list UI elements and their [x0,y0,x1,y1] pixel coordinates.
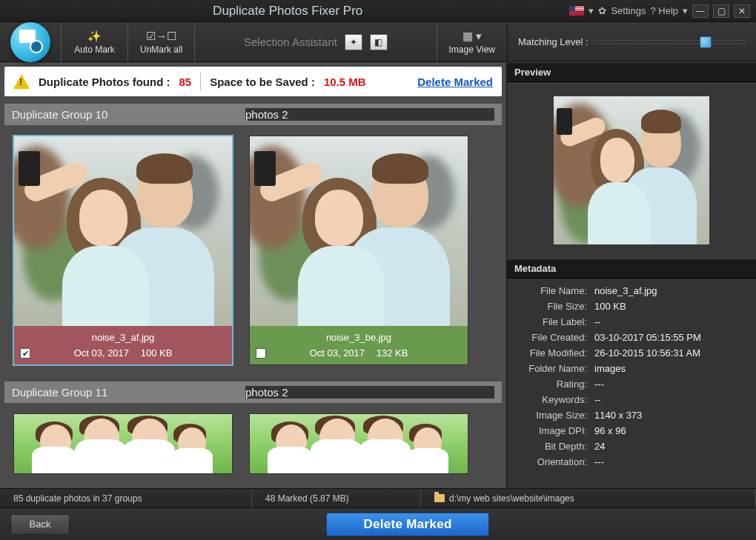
minimize-button[interactable]: — [692,4,709,18]
thumbnail-image [250,414,468,473]
erase-tool-button[interactable]: ◧ [370,34,388,50]
metadata-key: File Created: [514,332,594,343]
photo-card[interactable] [13,413,233,474]
folder-icon [434,494,445,502]
metadata-row: File Created:03-10-2017 05:15:55 PM [507,330,756,345]
titlebar-right: ▾ ✿ Settings ? Help ▾ — ▢ ✕ [569,4,750,18]
metadata-row: File Size:100 KB [507,299,756,314]
metadata-row: File Modified:26-10-2015 10:56:31 AM [507,345,756,361]
separator [200,73,201,90]
metadata-row: Rating:--- [507,376,756,392]
results-scroll[interactable]: Duplicate Group 10 photos 2 noise_3_af [0,101,506,488]
matching-level-label: Matching Level : [518,36,588,47]
file-date: Oct 03, 2017 [70,346,133,360]
metadata-row: Image Size:1140 x 373 [507,407,756,423]
metadata-value: 24 [594,441,605,452]
grid-icon: ▦ ▾ [462,30,482,43]
maximize-button[interactable]: ▢ [713,4,729,18]
thumbnail-image [14,414,232,473]
space-value: 10.5 MB [324,76,366,88]
file-size: 100 KB [136,346,177,360]
metadata-key: Keywords: [514,394,594,405]
metadata-value: -- [594,394,601,405]
close-button[interactable]: ✕ [734,4,750,18]
flag-icon[interactable] [569,6,584,16]
checkbox[interactable] [256,348,266,359]
matching-level-pane: Matching Level : [507,22,756,61]
metadata-value: 26-10-2015 10:56:31 AM [594,347,700,359]
group-11-thumbs [4,403,502,487]
preview-header: Preview [507,62,756,82]
file-size: 132 KB [372,346,413,360]
metadata-key: File Size: [514,301,594,312]
metadata-value: images [594,363,626,374]
preview-box [507,82,756,259]
photo-card[interactable] [249,413,468,474]
filename: noise_3_be.jpg [250,329,468,346]
auto-mark-button[interactable]: ✨ Auto Mark [61,22,127,61]
info-bar: Duplicate Photos found : 85 Space to be … [4,67,502,96]
metadata-key: Bit Depth: [514,441,594,452]
group-title: Duplicate Group 10 [12,108,107,121]
slider-thumb[interactable] [700,36,712,48]
group-header-10: Duplicate Group 10 photos 2 [4,104,502,125]
metadata-value: 1140 x 373 [594,410,642,421]
image-view-label: Image View [449,44,495,55]
space-label: Space to be Saved : [210,76,315,88]
filename: noise_3_af.jpg [14,329,232,346]
flag-chevron-icon[interactable]: ▾ [588,5,594,16]
bottom-bar: Back Delete Marked [0,507,756,540]
unmark-all-button[interactable]: ☑→☐ UnMark all [127,22,194,61]
metadata-row: Bit Depth:24 [507,439,756,454]
back-button[interactable]: Back [10,514,70,535]
app-title: Duplicate Photos Fixer Pro [6,4,569,19]
settings-link[interactable]: Settings [611,5,646,16]
card-meta: noise_3_af.jpg Oct 03, 2017 100 KB [14,326,232,364]
photo-card[interactable]: noise_3_be.jpg Oct 03, 2017 132 KB [249,136,468,365]
gear-icon[interactable]: ✿ [598,5,606,16]
metadata-key: Folder Name: [514,363,594,374]
checkbox[interactable]: ✔ [20,348,30,359]
delete-marked-button[interactable]: Delete Marked [326,513,489,536]
toolbar: ✨ Auto Mark ☑→☐ UnMark all Selection Ass… [0,22,756,62]
dup-count: 85 [179,76,192,88]
image-view-button[interactable]: ▦ ▾ Image View [437,22,507,61]
group-10-thumbs: noise_3_af.jpg Oct 03, 2017 100 KB ✔ [4,125,502,379]
status-path: d:\my web sites\website\images [449,493,574,504]
metadata-key: File Name: [514,285,594,296]
status-marked: 48 Marked (5.87 MB) [252,489,421,507]
help-link[interactable]: ? Help [650,5,678,16]
results-pane: Duplicate Photos found : 85 Space to be … [0,62,507,488]
metadata-row: Image DPI:96 x 96 [507,423,756,439]
select-tool-button[interactable]: ✦ [345,34,362,50]
group-count: photos 2 [245,386,494,399]
metadata-value: 100 KB [594,301,626,312]
group-header-11: Duplicate Group 11 photos 2 [4,381,502,403]
metadata-row: File Name:noise_3_af.jpg [507,283,756,299]
metadata-key: Rating: [514,379,594,390]
help-chevron-icon[interactable]: ▾ [683,5,688,16]
matching-level-slider[interactable] [594,41,746,44]
group-title: Duplicate Group 11 [12,386,107,399]
titlebar: Duplicate Photos Fixer Pro ▾ ✿ Settings … [0,0,756,22]
group-count: photos 2 [245,108,494,121]
metadata-row: Folder Name:images [507,361,756,376]
auto-mark-label: Auto Mark [74,44,115,55]
wand-icon: ✨ [87,30,102,43]
thumbnail-image [250,136,468,326]
delete-marked-link[interactable]: Delete Marked [417,76,493,88]
metadata-key: Image Size: [514,410,594,421]
metadata-value: -- [594,316,601,327]
unmark-icon: ☑→☐ [146,30,176,43]
selection-assistant-group: Selection Assistant ✦ ◧ [194,22,436,61]
photo-card[interactable]: noise_3_af.jpg Oct 03, 2017 100 KB ✔ [13,136,233,365]
unmark-all-label: UnMark all [140,44,182,55]
metadata-list[interactable]: File Name:noise_3_af.jpgFile Size:100 KB… [507,279,756,488]
side-panel: Preview Metadata File Name:noise_3_af.jp… [507,62,756,488]
metadata-row: Keywords:-- [507,392,756,407]
metadata-key: Orientation: [514,456,594,467]
metadata-value: 96 x 96 [594,425,626,436]
metadata-row: File Label:-- [507,314,756,330]
thumbnail-image [14,136,232,326]
file-date: Oct 03, 2017 [305,346,369,360]
